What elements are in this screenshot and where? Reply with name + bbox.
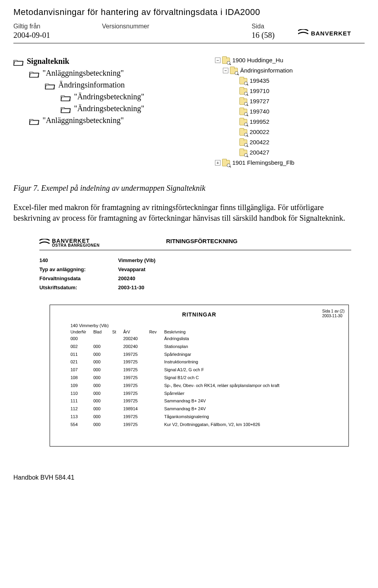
tree-label: 1900 Huddinge_Hu — [232, 55, 283, 65]
collapse-icon[interactable]: − — [223, 68, 228, 73]
cell-b: 000 — [93, 374, 112, 382]
meta-label-ver: Versionsnummer — [102, 23, 252, 30]
cell-b: 000 — [93, 421, 112, 429]
cell-u: 110 — [70, 390, 93, 398]
cell-b: 000 — [93, 358, 112, 366]
ritningar-row: 021000199725Instruktionsritning — [70, 358, 344, 366]
cell-r — [149, 335, 164, 343]
report-logo: BANVERKET ÖSTRA BANREGIONEN — [39, 238, 100, 247]
folder-open-icon — [61, 105, 71, 112]
cell-a: 199725 — [123, 374, 149, 382]
cell-a: 199725 — [123, 382, 149, 390]
report-meta-key: Typ av anläggning: — [39, 266, 118, 272]
cell-s — [112, 397, 123, 405]
cell-b: 000 — [93, 366, 112, 374]
tree-item[interactable]: +1901 Flemingsberg_Flb — [207, 158, 295, 168]
cell-u: 000 — [70, 335, 93, 343]
body-paragraph: Excel-filer med makron för framtagning a… — [13, 202, 352, 223]
outline-label: "Anläggningsbeteckning" — [43, 67, 124, 79]
report-preview: BANVERKET ÖSTRA BANREGIONEN RITNINGSFÖRT… — [34, 234, 357, 447]
ritningar-row: 112000198914Sammandrag B+ 24V — [70, 405, 344, 413]
tree-item[interactable]: 199727 — [207, 96, 295, 106]
tree-item[interactable]: 199952 — [207, 117, 295, 127]
cell-d: Tågankomstsignalering — [164, 413, 344, 421]
cell-b: 000 — [93, 397, 112, 405]
cell-u: 109 — [70, 382, 93, 390]
cell-d: Sammandrag B+ 24V — [164, 397, 344, 405]
ritningar-title: RITNINGAR — [55, 311, 344, 318]
cell-u: 107 — [70, 366, 93, 374]
tree-item[interactable]: 199435 — [207, 76, 295, 86]
tree-label: 200427 — [250, 147, 269, 158]
outline-label: "Ändringsbeteckning" — [74, 91, 145, 102]
tree-item[interactable]: 199740 — [207, 106, 295, 117]
cell-r — [149, 390, 164, 398]
logo-glyph-icon — [298, 29, 308, 37]
report-inner-box: Sida 1 av (2) 2003-11-30 RITNINGAR 140 V… — [50, 305, 349, 447]
outline-item: "Anläggningsbeteckning" — [13, 67, 198, 79]
cell-d: Spårreläer — [164, 390, 344, 398]
cell-r — [149, 397, 164, 405]
cell-r — [149, 351, 164, 359]
tree-item[interactable]: 200422 — [207, 137, 295, 147]
ritningar-row: 109000199725Sp-, Bev, Obev- och RK14, re… — [70, 382, 344, 390]
tree-label: 199740 — [250, 106, 269, 117]
document-title: Metodanvisningar för hantering av förval… — [13, 7, 365, 17]
tree-label: Ändringsinformation — [240, 65, 293, 76]
tree-item[interactable]: 199710 — [207, 86, 295, 96]
tree-item[interactable]: −1900 Huddinge_Hu — [207, 55, 295, 65]
meta-label-page: Sida — [252, 23, 291, 30]
report-meta-row: Utskriftsdatum:2003-11-30 — [39, 285, 351, 290]
report-meta-row: 140Vimmerby (Vib) — [39, 257, 351, 263]
folder-tree: −1900 Huddinge_Hu−Ändringsinformation199… — [207, 55, 295, 168]
report-logo-subtext: ÖSTRA BANREGIONEN — [52, 243, 100, 247]
ritningar-row: 107000199725Signal A1/2, G och F — [70, 366, 344, 374]
cell-d: Kur V2, Drottninggatan, Fällbom, V2, km … — [164, 421, 344, 429]
cell-u: 113 — [70, 413, 93, 421]
cell-b — [93, 335, 112, 343]
tree-item[interactable]: −Ändringsinformation — [207, 65, 295, 76]
cell-r — [149, 358, 164, 366]
tree-label: 199710 — [250, 86, 269, 96]
cell-s — [112, 382, 123, 390]
tree-label: 1901 Flemingsberg_Flb — [232, 158, 295, 168]
cell-s — [112, 335, 123, 343]
expand-icon[interactable]: + — [215, 160, 220, 166]
col-undernr: UnderNr — [70, 329, 93, 334]
cell-a: 199725 — [123, 366, 149, 374]
cell-s — [112, 421, 123, 429]
side-note-page: Sida 1 av (2) — [322, 309, 345, 314]
cell-u: 021 — [70, 358, 93, 366]
tree-label: 200422 — [250, 137, 269, 147]
cell-r — [149, 366, 164, 374]
ritningar-subhead: 140 Vimmerby (Vib) — [70, 323, 344, 328]
collapse-icon[interactable]: − — [215, 58, 220, 63]
report-meta-value: 200240 — [118, 275, 135, 281]
cell-a: 200240 — [123, 335, 149, 343]
col-rev: Rev — [149, 329, 164, 334]
report-logo-glyph-icon — [39, 239, 50, 247]
col-desc: Beskrivning — [164, 329, 344, 334]
ritningar-row: 113000199725Tågankomstsignalering — [70, 413, 344, 421]
tree-item[interactable]: 200427 — [207, 147, 295, 158]
folder-search-icon — [230, 67, 238, 74]
folder-open-icon — [61, 93, 71, 100]
cell-d: Ändringslista — [164, 335, 344, 343]
cell-u: 554 — [70, 421, 93, 429]
tree-label: 199727 — [250, 96, 269, 106]
folder-search-icon — [222, 159, 230, 167]
ritningar-row: 108000199725Signal B1/2 och C — [70, 374, 344, 382]
cell-d: Instruktionsritning — [164, 358, 344, 366]
meta-value-ver — [102, 31, 252, 40]
tree-item[interactable]: 200022 — [207, 127, 295, 137]
meta-value-page: 16 (58) — [252, 31, 291, 40]
tree-label: 199435 — [250, 76, 269, 86]
folder-search-icon — [239, 128, 247, 136]
cell-s — [112, 413, 123, 421]
outline-item: "Ändringsbeteckning" — [13, 91, 198, 102]
ritningar-row: 554000199725Kur V2, Drottninggatan, Fäll… — [70, 421, 344, 429]
ritningar-rows: 000200240Ändringslista002000200240Statio… — [55, 335, 344, 429]
outline-item: "Anläggningsbeteckning" — [13, 114, 198, 126]
col-arv: ÅrV — [123, 329, 149, 334]
report-meta-key: 140 — [39, 257, 118, 263]
